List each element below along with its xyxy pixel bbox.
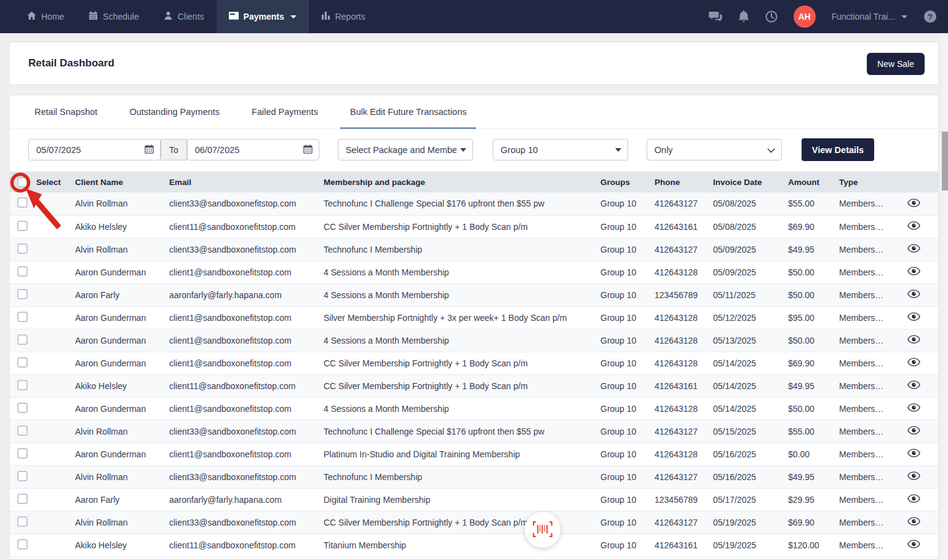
- row-checkbox[interactable]: [17, 197, 28, 208]
- row-checkbox[interactable]: [17, 289, 28, 299]
- view-row-eye-icon[interactable]: [905, 266, 923, 278]
- cell-invoice-date: 05/08/2025: [713, 215, 788, 238]
- row-checkbox[interactable]: [17, 312, 28, 322]
- row-checkbox[interactable]: [17, 243, 28, 254]
- view-row-eye-icon[interactable]: [905, 357, 923, 369]
- cell-phone: 123456789: [655, 488, 713, 511]
- cell-type: Membership: [839, 534, 890, 556]
- view-row-eye-icon[interactable]: [905, 288, 923, 301]
- date-to-input[interactable]: 06/07/2025: [187, 139, 319, 160]
- calendar-icon[interactable]: [145, 144, 154, 156]
- cell-membership: Technofunc I Membership: [324, 238, 600, 261]
- tab-outstanding-payments[interactable]: Outstanding Payments: [123, 95, 226, 128]
- row-checkbox[interactable]: [17, 266, 28, 277]
- cell-type: Membership: [839, 511, 890, 534]
- view-row-eye-icon[interactable]: [905, 448, 923, 460]
- view-details-button[interactable]: View Details: [802, 138, 874, 161]
- cell-phone: 123456789: [655, 283, 713, 306]
- clock-icon[interactable]: [765, 10, 778, 23]
- nav-item-reports[interactable]: Reports: [309, 0, 378, 33]
- view-row-eye-icon[interactable]: [905, 197, 923, 210]
- row-checkbox[interactable]: [17, 425, 28, 436]
- column-header-email: Email: [169, 172, 324, 192]
- row-checkbox[interactable]: [17, 221, 28, 231]
- nav-item-schedule[interactable]: Schedule: [76, 0, 151, 33]
- cell-invoice-date: 05/15/2025: [713, 420, 788, 443]
- table-row: Aaron Gunderman client1@sandboxonefitsto…: [10, 261, 938, 283]
- view-row-eye-icon[interactable]: [905, 379, 923, 392]
- cell-group: Group 10: [600, 215, 655, 238]
- view-row-eye-icon[interactable]: [905, 516, 923, 529]
- row-checkbox[interactable]: [17, 494, 28, 504]
- page-scrollbar-thumb[interactable]: [942, 132, 948, 191]
- row-checkbox[interactable]: [17, 448, 28, 459]
- row-checkbox[interactable]: [17, 539, 28, 550]
- view-row-eye-icon[interactable]: [905, 311, 923, 324]
- cell-amount: $50.00: [788, 397, 839, 420]
- select-all-checkbox[interactable]: [17, 177, 28, 187]
- help-icon[interactable]: ?: [923, 10, 937, 23]
- row-checkbox[interactable]: [17, 380, 28, 390]
- chevron-down-icon: [290, 15, 297, 18]
- table-header: Select Client Name Email Membership and …: [10, 172, 938, 192]
- view-row-eye-icon[interactable]: [905, 402, 923, 415]
- bell-icon[interactable]: [738, 10, 749, 23]
- row-checkbox[interactable]: [17, 334, 28, 345]
- account-menu[interactable]: Functional Trai...: [832, 12, 908, 22]
- view-row-eye-icon[interactable]: [905, 538, 923, 551]
- cell-phone: 412643128: [655, 306, 713, 329]
- date-from-input[interactable]: 05/07/2025: [28, 139, 161, 160]
- cell-email: client33@sandboxonefitstop.com: [169, 511, 324, 534]
- cell-membership: 4 Sessions a Month Membership: [324, 329, 600, 352]
- tab-failed-payments[interactable]: Failed Payments: [245, 95, 324, 128]
- tab-retail-snapshot[interactable]: Retail Snapshot: [28, 95, 103, 128]
- row-checkbox[interactable]: [17, 516, 28, 527]
- cell-email: aaronfarly@farly.hapana.com: [169, 283, 324, 306]
- view-row-eye-icon[interactable]: [905, 334, 923, 347]
- tab-bulk-edit-future-transactions[interactable]: Bulk Edit Future Transactions: [344, 95, 472, 128]
- nav-item-clients[interactable]: Clients: [151, 0, 217, 33]
- table-row: Alvin Rollman client33@sandboxonefitstop…: [10, 238, 938, 261]
- cell-membership: CC Silver Membership Fortnightly + 1 Bod…: [324, 374, 600, 397]
- cell-email: client1@sandboxonefitstop.com: [169, 397, 324, 420]
- table-row: Alvin Rollman client33@sandboxonefitstop…: [10, 420, 938, 443]
- row-checkbox[interactable]: [17, 471, 28, 481]
- cell-invoice-date: 05/09/2025: [713, 261, 788, 283]
- main-card: Retail Snapshot Outstanding Payments Fai…: [9, 95, 939, 559]
- tab-label: Retail Snapshot: [34, 107, 97, 117]
- view-row-eye-icon[interactable]: [905, 243, 923, 256]
- nav-item-payments[interactable]: Payments: [217, 0, 309, 33]
- view-row-eye-icon[interactable]: [905, 425, 923, 438]
- chevron-down-icon: [615, 148, 621, 152]
- cell-membership: 4 Sessions a Month Membership: [324, 283, 600, 306]
- nav-item-label: Home: [41, 12, 64, 22]
- cell-membership: CC Silver Membership Fortnightly + 1 Bod…: [324, 215, 600, 238]
- cell-group: Group 10: [600, 329, 655, 352]
- package-membership-dropdown[interactable]: Select Package and Membership: [338, 139, 473, 160]
- row-checkbox[interactable]: [17, 403, 28, 413]
- group-dropdown[interactable]: Group 10: [493, 139, 628, 160]
- chat-icon[interactable]: [709, 11, 722, 22]
- row-checkbox[interactable]: [17, 357, 28, 368]
- view-row-eye-icon[interactable]: [905, 220, 923, 233]
- cell-amount: $49.95: [788, 465, 839, 488]
- cell-email: client1@sandboxonefitstop.com: [169, 352, 324, 374]
- nav-item-label: Payments: [244, 12, 284, 22]
- page-scrollbar-track[interactable]: [942, 33, 948, 560]
- tab-label: Bulk Edit Future Transactions: [350, 107, 466, 117]
- column-header-phone: Phone: [655, 172, 713, 192]
- avatar[interactable]: AH: [794, 6, 816, 28]
- tab-label: Failed Payments: [252, 107, 318, 117]
- barcode-scan-button[interactable]: [525, 512, 560, 548]
- status-select[interactable]: Only: [647, 139, 782, 160]
- nav-item-home[interactable]: Home: [15, 0, 76, 33]
- cell-client-name: Aaron Gunderman: [75, 306, 169, 329]
- view-row-eye-icon[interactable]: [905, 470, 923, 483]
- cell-invoice-date: 05/13/2025: [713, 329, 788, 352]
- calendar-icon[interactable]: [303, 144, 313, 156]
- cell-group: Group 10: [600, 397, 655, 420]
- view-row-eye-icon[interactable]: [905, 493, 923, 506]
- cell-email: client1@sandboxonefitstop.com: [169, 443, 324, 465]
- new-sale-button[interactable]: New Sale: [867, 53, 925, 75]
- cell-membership: Technofunc I Membership: [324, 465, 600, 488]
